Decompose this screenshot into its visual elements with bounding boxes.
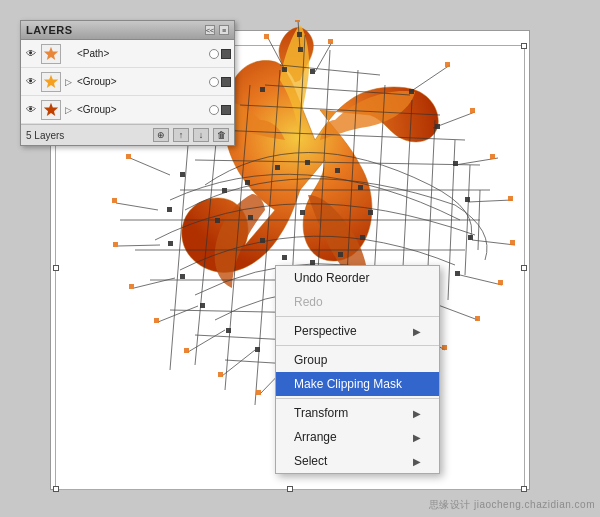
layer-row-path[interactable]: 👁 <Path> [21, 40, 234, 68]
menu-label-arrange: Arrange [294, 430, 337, 444]
collapse-button[interactable]: << [205, 25, 215, 35]
visibility-circle-group1 [209, 77, 219, 87]
svg-rect-109 [264, 34, 269, 39]
svg-rect-101 [126, 154, 131, 159]
svg-rect-92 [508, 196, 513, 201]
layer-name-group2: <Group> [77, 104, 209, 115]
svg-rect-81 [338, 252, 343, 257]
svg-rect-110 [295, 20, 300, 22]
menu-item-make-clipping-mask[interactable]: Make Clipping Mask [276, 372, 439, 396]
svg-rect-49 [298, 47, 303, 52]
svg-rect-83 [282, 255, 287, 260]
svg-rect-91 [490, 154, 495, 159]
visibility-circle-group2 [209, 105, 219, 115]
context-menu: Undo Reorder Redo Perspective ▶ Group Ma… [275, 265, 440, 474]
svg-rect-74 [245, 180, 250, 185]
layers-footer: 5 Layers ⊕ ↑ ↓ 🗑 [21, 124, 234, 145]
layer-icons-path [209, 49, 231, 59]
svg-rect-76 [305, 160, 310, 165]
svg-rect-65 [226, 328, 231, 333]
svg-line-39 [118, 245, 160, 246]
menu-label-transform: Transform [294, 406, 348, 420]
svg-rect-69 [167, 207, 172, 212]
svg-rect-70 [180, 172, 185, 177]
thumb-group1 [41, 72, 61, 92]
menu-label-redo: Redo [294, 295, 323, 309]
svg-rect-94 [498, 280, 503, 285]
layers-panel-title: LAYERS [26, 24, 73, 36]
svg-rect-52 [409, 89, 414, 94]
layer-row-group2[interactable]: 👁 ▷ <Group> [21, 96, 234, 124]
svg-rect-95 [475, 316, 480, 321]
panel-menu-button[interactable]: ≡ [219, 25, 229, 35]
svg-line-31 [438, 305, 478, 320]
thumb-group2 [41, 100, 61, 120]
move-down-button[interactable]: ↓ [193, 128, 209, 142]
svg-line-37 [130, 158, 170, 175]
titlebar-controls: << ≡ [205, 25, 229, 35]
eye-icon-path[interactable]: 👁 [24, 47, 38, 61]
expand-icon-group1[interactable]: ▷ [65, 77, 75, 87]
new-layer-button[interactable]: ⊕ [153, 128, 169, 142]
svg-line-30 [460, 275, 502, 285]
svg-rect-90 [470, 108, 475, 113]
menu-item-perspective[interactable]: Perspective ▶ [276, 319, 439, 343]
menu-item-transform[interactable]: Transform ▶ [276, 401, 439, 425]
svg-rect-68 [168, 241, 173, 246]
svg-rect-108 [256, 390, 261, 395]
menu-label-make-clipping-mask: Make Clipping Mask [294, 377, 402, 391]
svg-rect-64 [255, 347, 260, 352]
svg-rect-85 [248, 215, 253, 220]
svg-rect-56 [468, 235, 473, 240]
eye-icon-group1[interactable]: 👁 [24, 75, 38, 89]
layer-row-group1[interactable]: 👁 ▷ <Group> [21, 68, 234, 96]
svg-rect-107 [218, 372, 223, 377]
svg-rect-96 [442, 345, 447, 350]
menu-item-select[interactable]: Select ▶ [276, 449, 439, 473]
svg-line-40 [134, 278, 175, 288]
canvas-area: LAYERS << ≡ 👁 <Path> 👁 [0, 0, 600, 517]
svg-line-42 [188, 330, 225, 352]
move-up-button[interactable]: ↑ [173, 128, 189, 142]
menu-item-group[interactable]: Group [276, 348, 439, 372]
watermark: 思缘设计 jiaocheng.chazidian.com [429, 498, 595, 512]
color-square-group1 [221, 77, 231, 87]
layers-titlebar: LAYERS << ≡ [21, 21, 234, 40]
menu-separator-2 [276, 345, 439, 346]
svg-rect-88 [300, 210, 305, 215]
svg-rect-50 [282, 67, 287, 72]
svg-rect-103 [113, 242, 118, 247]
perspective-arrow-icon: ▶ [413, 326, 421, 337]
menu-item-undo-reorder[interactable]: Undo Reorder [276, 266, 439, 290]
menu-label-perspective: Perspective [294, 324, 357, 338]
menu-item-redo[interactable]: Redo [276, 290, 439, 314]
menu-label-select: Select [294, 454, 327, 468]
delete-layer-button[interactable]: 🗑 [213, 128, 229, 142]
menu-item-arrange[interactable]: Arrange ▶ [276, 425, 439, 449]
layer-icons-group1 [209, 77, 231, 87]
svg-rect-77 [335, 168, 340, 173]
svg-rect-66 [200, 303, 205, 308]
svg-line-28 [468, 200, 512, 202]
transform-arrow-icon: ▶ [413, 408, 421, 419]
eye-icon-group2[interactable]: 👁 [24, 103, 38, 117]
svg-rect-48 [297, 32, 302, 37]
svg-line-27 [455, 158, 498, 165]
svg-line-38 [116, 203, 158, 210]
svg-rect-54 [453, 161, 458, 166]
svg-rect-87 [222, 188, 227, 193]
svg-rect-67 [180, 274, 185, 279]
svg-rect-78 [358, 185, 363, 190]
thumb-path [41, 44, 61, 64]
layers-panel: LAYERS << ≡ 👁 <Path> 👁 [20, 20, 235, 146]
color-square-path [221, 49, 231, 59]
svg-rect-106 [184, 348, 189, 353]
svg-rect-79 [368, 210, 373, 215]
expand-icon-group2[interactable]: ▷ [65, 105, 75, 115]
select-arrow-icon: ▶ [413, 456, 421, 467]
arrange-arrow-icon: ▶ [413, 432, 421, 443]
svg-rect-102 [112, 198, 117, 203]
svg-rect-86 [215, 218, 220, 223]
svg-rect-111 [328, 39, 333, 44]
svg-line-25 [410, 65, 450, 92]
